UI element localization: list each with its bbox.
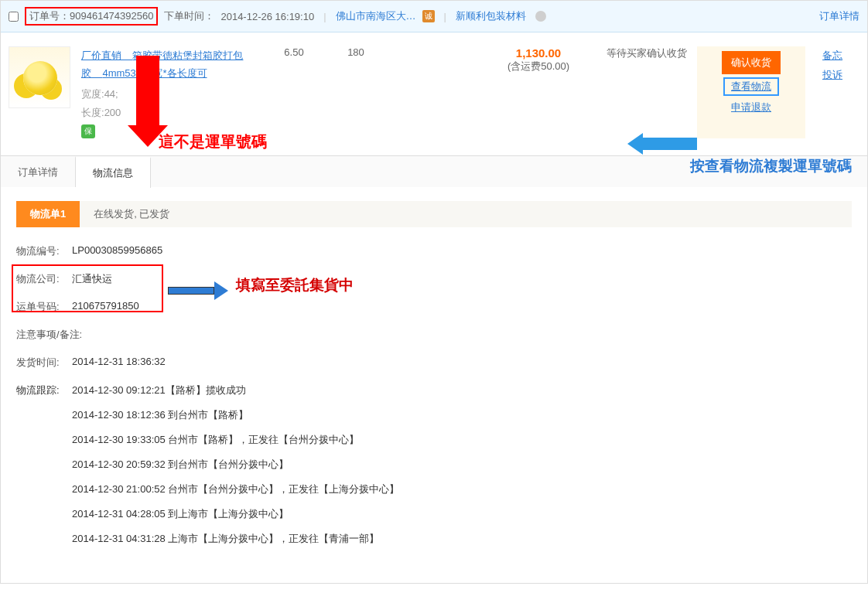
sub-tab-bar: 物流单1 在线发货, 已发货 bbox=[16, 201, 852, 227]
ship-time-value: 2014-12-31 18:36:32 bbox=[72, 356, 166, 370]
order-details-link[interactable]: 订单详情 bbox=[819, 9, 859, 23]
shipping-fee: (含运费50.00) bbox=[480, 60, 596, 73]
complain-link[interactable]: 投诉 bbox=[805, 66, 859, 85]
tracking-entry: 2014-12-30 19:33:05 台州市【路桥】，正发往【台州分拨中心】 bbox=[72, 433, 399, 447]
blue-arrow-left-icon bbox=[627, 133, 697, 155]
select-order-checkbox[interactable] bbox=[9, 12, 19, 22]
view-logistics-link[interactable]: 查看物流 bbox=[723, 77, 779, 96]
total-col: 1,130.00 (含运费50.00) bbox=[480, 46, 596, 138]
tab-order-details[interactable]: 订单详情 bbox=[1, 156, 76, 187]
tab-logistics[interactable]: 物流信息 bbox=[76, 157, 151, 188]
annotation-click-view: 按查看物流複製運單號碼 bbox=[690, 156, 852, 176]
logistics-num-label: 物流编号: bbox=[16, 244, 72, 258]
spec-length: 长度:200 bbox=[81, 106, 259, 120]
status-text: 等待买家确认收货 bbox=[596, 46, 697, 138]
annotation-not-waybill: 這不是運單號碼 bbox=[159, 131, 267, 152]
product-thumbnail[interactable] bbox=[9, 46, 70, 108]
blue-arrow-right-icon bbox=[168, 281, 228, 300]
order-time-value: 2014-12-26 16:19:10 bbox=[220, 11, 314, 22]
region-link[interactable]: 佛山市南海区大… bbox=[336, 9, 416, 23]
annotation-fill-form: 填寫至委託集貨中 bbox=[236, 275, 354, 295]
unit-price: 6.50 bbox=[259, 46, 329, 138]
tracking-entry: 2014-12-30 21:00:52 台州市【台州分拨中心】，正发往【上海分拨… bbox=[72, 482, 399, 496]
logistics-panel: 物流单1 在线发货, 已发货 物流编号:LP00030859956865 物流公… bbox=[1, 187, 867, 583]
order-time-label: 下单时间： bbox=[164, 9, 214, 23]
total-amount: 1,130.00 bbox=[480, 46, 596, 60]
order-id-value: 909461474392560 bbox=[70, 10, 153, 22]
ops-col: 备忘 投诉 bbox=[805, 46, 859, 138]
separator: | bbox=[444, 11, 446, 22]
notes-label: 注意事项/备注: bbox=[16, 328, 82, 342]
tracking-label: 物流跟踪: bbox=[16, 383, 72, 557]
bao-icon: 保 bbox=[81, 124, 95, 138]
tracking-entry: 2014-12-31 04:31:28 上海市【上海分拨中心】，正发往【青浦一部… bbox=[72, 532, 399, 546]
tracking-entry: 2014-12-31 04:28:05 到上海市【上海分拨中心】 bbox=[72, 507, 399, 521]
tracking-entry: 2014-12-30 09:12:21【路桥】揽收成功 bbox=[72, 383, 399, 397]
tracking-entry: 2014-12-30 20:59:32 到台州市【台州分拨中心】 bbox=[72, 458, 399, 472]
spec-width: 宽度:44; bbox=[81, 87, 259, 101]
sub-tab-wl1[interactable]: 物流单1 bbox=[16, 201, 80, 227]
separator: | bbox=[323, 11, 326, 22]
tracking-entry: 2014-12-30 18:12:36 到台州市【路桥】 bbox=[72, 408, 399, 422]
quantity: 180 bbox=[329, 46, 383, 138]
request-refund-link[interactable]: 申请退款 bbox=[697, 101, 805, 114]
sub-tab-status: 在线发货, 已发货 bbox=[94, 207, 169, 221]
tracking-section: 物流跟踪: 2014-12-30 09:12:21【路桥】揽收成功2014-12… bbox=[16, 383, 852, 557]
cheng-badge-icon: 诚 bbox=[422, 10, 435, 22]
tracking-entries: 2014-12-30 09:12:21【路桥】揽收成功2014-12-30 18… bbox=[72, 383, 399, 557]
order-id-label: 订单号： bbox=[29, 10, 70, 22]
seller-link[interactable]: 新顺利包装材料 bbox=[456, 9, 526, 23]
order-id-highlight: 订单号：909461474392560 bbox=[25, 7, 158, 26]
logistics-num-value: LP00030859956865 bbox=[72, 244, 162, 258]
product-info: 厂价直销 箱胶带德粘堡封箱胶打包胶 4mm53mm宽*各长度可 宽度:44; 长… bbox=[81, 46, 259, 138]
waybill-highlight-box bbox=[12, 264, 163, 312]
wangwang-icon[interactable] bbox=[535, 11, 546, 22]
confirm-receipt-button[interactable]: 确认收货 bbox=[722, 51, 781, 74]
logistics-kv: 物流编号:LP00030859956865 物流公司:汇通快运 运单号码:210… bbox=[16, 244, 852, 557]
order-header: 订单号：909461474392560 下单时间： 2014-12-26 16:… bbox=[1, 1, 867, 32]
ship-time-label: 发货时间: bbox=[16, 356, 72, 370]
order-item-row: 厂价直销 箱胶带德粘堡封箱胶打包胶 4mm53mm宽*各长度可 宽度:44; 长… bbox=[1, 32, 867, 155]
action-col: 确认收货 查看物流 申请退款 bbox=[697, 46, 805, 138]
memo-link[interactable]: 备忘 bbox=[805, 46, 859, 66]
